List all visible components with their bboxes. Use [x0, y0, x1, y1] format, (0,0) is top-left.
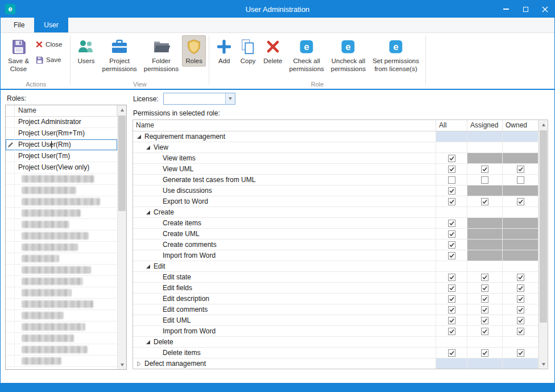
checkbox-checked[interactable] — [448, 328, 455, 335]
scroll-down-button[interactable] — [118, 360, 126, 369]
role-list-item-redacted[interactable] — [6, 230, 117, 242]
checkbox-checked[interactable] — [448, 284, 455, 292]
checkbox-checked[interactable] — [448, 349, 455, 357]
checkbox-cell-all[interactable] — [436, 315, 467, 325]
permission-group-row[interactable]: Defect management — [133, 358, 539, 369]
checkbox-cell-all[interactable] — [436, 348, 467, 358]
uncheck-all-permissions-button[interactable]: e Uncheck all permissions — [328, 35, 369, 74]
save-and-close-button[interactable]: Save & Close — [5, 35, 32, 74]
checkbox-checked[interactable] — [517, 284, 524, 292]
expander-expanded-icon[interactable] — [136, 134, 142, 139]
expander-expanded-icon[interactable] — [145, 263, 151, 269]
permission-row[interactable]: Edit comments — [133, 304, 539, 315]
checkbox-checked[interactable] — [517, 198, 524, 205]
checkbox-checked[interactable] — [448, 241, 455, 249]
role-list-item-redacted[interactable] — [6, 253, 117, 265]
permission-row[interactable]: View UML — [133, 164, 539, 175]
checkbox-cell-all[interactable] — [436, 229, 467, 239]
permission-row[interactable]: Create UML — [133, 229, 539, 240]
checkbox-cell-assigned[interactable] — [467, 283, 503, 293]
checkbox-cell-owned[interactable] — [503, 294, 539, 304]
set-permissions-from-licenses-button[interactable]: e Set permissions from license(s) — [369, 35, 423, 74]
checkbox-cell-all[interactable] — [436, 175, 467, 185]
permission-row[interactable]: Edit fields — [133, 283, 539, 294]
checkbox-cell-assigned[interactable] — [467, 315, 503, 325]
scrollbar-thumb[interactable] — [118, 115, 126, 211]
permission-row[interactable]: Export to Word — [133, 196, 539, 207]
tab-user[interactable]: User — [34, 18, 68, 32]
checkbox-checked[interactable] — [448, 230, 455, 238]
checkbox-checked[interactable] — [481, 274, 488, 281]
checkbox-cell-all[interactable] — [436, 250, 467, 261]
role-list-item[interactable]: Project User(View only) — [6, 162, 117, 174]
save-button[interactable]: Save — [32, 53, 67, 66]
checkbox-checked[interactable] — [448, 274, 455, 281]
checkbox-checked[interactable] — [448, 187, 455, 195]
checkbox-cell-assigned[interactable] — [467, 326, 503, 336]
permission-group-row[interactable]: Requirement management — [133, 131, 539, 142]
checkbox-cell-owned[interactable] — [503, 164, 539, 174]
checkbox-checked[interactable] — [517, 166, 524, 173]
checkbox-cell-all[interactable] — [436, 153, 467, 163]
checkbox-cell-assigned[interactable] — [467, 348, 503, 358]
maximize-button[interactable] — [516, 1, 535, 18]
roles-button[interactable]: Roles — [182, 35, 206, 67]
checkbox-cell-assigned[interactable] — [467, 272, 503, 282]
checkbox-checked[interactable] — [448, 306, 455, 313]
checkbox-checked[interactable] — [517, 306, 524, 313]
checkbox-checked[interactable] — [448, 166, 455, 173]
checkbox-cell-owned[interactable] — [503, 348, 539, 358]
expander-expanded-icon[interactable] — [145, 145, 151, 150]
checkbox-checked[interactable] — [448, 252, 455, 259]
delete-button[interactable]: Delete — [260, 35, 285, 67]
permission-row[interactable]: Create items — [133, 218, 539, 229]
permission-row[interactable]: Use discussions — [133, 185, 539, 196]
checkbox-checked[interactable] — [481, 284, 488, 292]
role-list-item[interactable]: Project User(Tm) — [6, 151, 117, 162]
role-list-item-redacted[interactable] — [6, 321, 117, 333]
license-combobox[interactable] — [163, 93, 235, 105]
expander-expanded-icon[interactable] — [145, 339, 151, 345]
role-list-item-redacted[interactable] — [6, 333, 117, 344]
role-list-item-redacted[interactable] — [6, 174, 117, 185]
checkbox-checked[interactable] — [481, 317, 488, 324]
role-list-item-redacted[interactable] — [6, 185, 117, 196]
checkbox-unchecked[interactable] — [448, 176, 455, 184]
permission-row[interactable]: Import from Word — [133, 250, 539, 261]
role-list-item-redacted[interactable] — [6, 276, 117, 287]
permission-group-row[interactable]: Delete — [133, 337, 539, 348]
roles-scrollbar[interactable] — [117, 105, 126, 369]
role-list-item-redacted[interactable] — [6, 208, 117, 219]
checkbox-cell-owned[interactable] — [503, 304, 539, 315]
tree-expander[interactable] — [145, 145, 154, 150]
checkbox-checked[interactable] — [448, 317, 455, 324]
add-button[interactable]: Add — [212, 35, 236, 67]
checkbox-cell-owned[interactable] — [503, 315, 539, 325]
permission-group-row[interactable]: Create — [133, 207, 539, 218]
role-list-item-redacted[interactable] — [6, 344, 117, 356]
checkbox-cell-all[interactable] — [436, 218, 467, 228]
role-list-item-redacted[interactable] — [6, 310, 117, 321]
checkbox-unchecked[interactable] — [517, 176, 524, 184]
check-all-permissions-button[interactable]: e Check all permissions — [285, 35, 327, 74]
column-header-all[interactable]: All — [436, 120, 467, 131]
checkbox-checked[interactable] — [448, 198, 455, 205]
role-list-item-redacted[interactable] — [6, 299, 117, 310]
checkbox-cell-all[interactable] — [436, 185, 467, 196]
role-list-item[interactable]: Project User(Rm+Tm) — [6, 128, 117, 139]
checkbox-cell-owned[interactable] — [503, 326, 539, 336]
checkbox-checked[interactable] — [481, 295, 488, 303]
checkbox-cell-owned[interactable] — [503, 196, 539, 207]
permission-row[interactable]: Edit UML — [133, 315, 539, 326]
users-button[interactable]: Users — [73, 35, 98, 67]
minimize-button[interactable] — [496, 1, 516, 18]
scroll-up-button[interactable] — [118, 105, 126, 114]
role-list-item-redacted[interactable] — [6, 242, 117, 253]
role-list-item[interactable]: Project Administrator — [6, 117, 117, 128]
license-dropdown-button[interactable] — [225, 93, 235, 104]
permissions-scrollbar[interactable] — [539, 120, 548, 369]
column-header-owned[interactable]: Owned — [503, 120, 539, 131]
checkbox-checked[interactable] — [481, 198, 488, 205]
checkbox-cell-assigned[interactable] — [467, 196, 503, 207]
checkbox-cell-all[interactable] — [436, 164, 467, 174]
